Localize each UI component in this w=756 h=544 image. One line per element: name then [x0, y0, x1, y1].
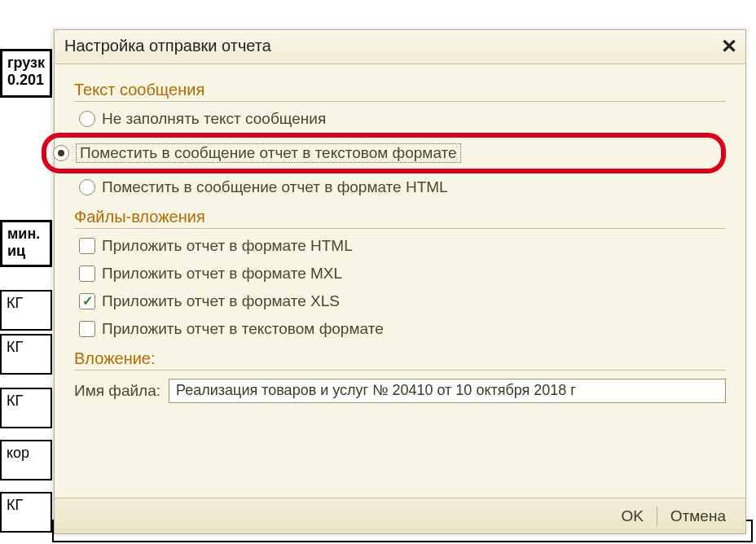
radio-label: Поместить в сообщение отчет в текстовом …	[76, 143, 461, 163]
close-icon[interactable]: ✕	[721, 35, 737, 58]
bg-unit-cell: КГ	[0, 334, 52, 375]
radio-option-no-text[interactable]: Не заполнять текст сообщения	[74, 105, 726, 133]
report-send-settings-dialog: Настройка отправки отчета ✕ Текст сообще…	[54, 29, 746, 534]
dialog-body: Текст сообщения Не заполнять текст сообщ…	[55, 64, 745, 403]
radio-icon[interactable]	[79, 111, 95, 127]
dialog-title: Настройка отправки отчета	[64, 37, 271, 55]
bg-unit-cell: кор	[0, 440, 52, 480]
ok-button[interactable]: OK	[616, 506, 648, 527]
checkbox-xls[interactable]: Приложить отчет в формате XLS	[74, 287, 726, 315]
bg-cell-header: грузк 0.201	[0, 49, 52, 98]
radio-label: Поместить в сообщение отчет в формате HT…	[102, 178, 448, 196]
radio-icon[interactable]	[79, 179, 95, 195]
checkbox-label: Приложить отчет в формате HTML	[102, 237, 353, 255]
checkbox-label: Приложить отчет в формате XLS	[102, 292, 340, 310]
checkbox-label: Приложить отчет в формате MXL	[102, 265, 342, 283]
bg-cell-header2: мин. иц	[0, 220, 52, 267]
checkbox-mxl[interactable]: Приложить отчет в формате MXL	[74, 260, 726, 287]
checkbox-icon[interactable]	[79, 321, 95, 337]
bg-cell-text: мин.	[7, 226, 45, 243]
bg-cell-text: 0.201	[7, 72, 45, 89]
highlight-annotation: Поместить в сообщение отчет в текстовом …	[42, 133, 726, 173]
footer-separator	[657, 507, 657, 526]
section-attachments: Файлы-вложения	[74, 208, 726, 229]
bg-unit-cell: КГ	[0, 388, 52, 428]
cancel-button[interactable]: Отмена	[666, 506, 731, 527]
bg-cell-text: грузк	[7, 55, 45, 72]
dialog-footer: OK Отмена	[55, 498, 745, 533]
section-attachment-name: Вложение:	[74, 349, 726, 371]
section-message-text: Текст сообщения	[74, 81, 726, 102]
radio-icon[interactable]	[53, 145, 69, 161]
radio-option-html-format[interactable]: Поместить в сообщение отчет в формате HT…	[74, 173, 726, 201]
checkbox-label: Приложить отчет в текстовом формате	[102, 320, 384, 338]
filename-input[interactable]: Реализация товаров и услуг № 20410 от 10…	[169, 379, 726, 403]
radio-label: Не заполнять текст сообщения	[102, 110, 326, 128]
radio-option-text-format[interactable]: Поместить в сообщение отчет в текстовом …	[48, 139, 713, 167]
dialog-titlebar: Настройка отправки отчета ✕	[55, 30, 745, 64]
filename-label: Имя файла:	[74, 382, 160, 400]
bg-unit-cell: КГ	[0, 492, 52, 533]
checkbox-html[interactable]: Приложить отчет в формате HTML	[74, 232, 726, 260]
bg-unit-cell: КГ	[0, 290, 52, 331]
checkbox-icon[interactable]	[79, 293, 95, 309]
checkbox-icon[interactable]	[79, 265, 95, 282]
checkbox-icon[interactable]	[79, 238, 95, 254]
filename-row: Имя файла: Реализация товаров и услуг № …	[74, 379, 726, 403]
checkbox-text[interactable]: Приложить отчет в текстовом формате	[74, 315, 726, 343]
bg-cell-text: иц	[7, 243, 45, 260]
